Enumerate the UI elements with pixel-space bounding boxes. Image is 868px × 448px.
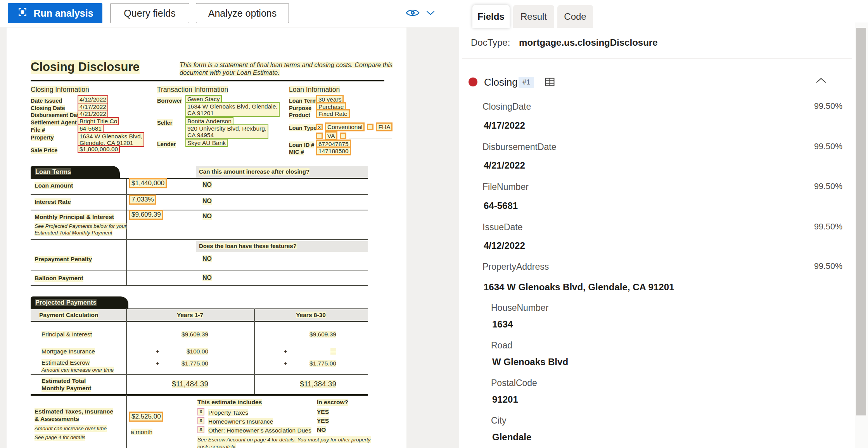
field-value: 4/17/2022: [484, 120, 525, 131]
group-count-badge: #1: [519, 77, 534, 88]
escrow-answer: YES: [317, 408, 329, 415]
field-label: Borrower: [157, 97, 182, 104]
table-line: [31, 374, 368, 375]
interest-rate-answer: NO: [202, 198, 212, 205]
table-line: [31, 210, 368, 210]
field-name: PropertyAddress: [482, 262, 549, 272]
loan-type-value-row2[interactable]: VA: [316, 131, 392, 140]
value-box-red[interactable]: 4/12/2022: [78, 95, 108, 103]
field-value: Glendale: [492, 432, 531, 443]
borrower-addr1: 1634 W Glenoaks Blvd, Glendale,: [187, 103, 278, 110]
includes-item: Homeowner’s Insurance: [208, 418, 273, 425]
checkbox-empty: [340, 133, 346, 139]
field-name: ClosingDate: [482, 102, 531, 112]
scrollbar-track[interactable]: [855, 22, 868, 448]
analyze-options-button[interactable]: Analyze options: [196, 3, 289, 23]
taxes-label2: & Assessments: [35, 415, 79, 422]
field-name: IssueDate: [482, 222, 523, 233]
value-box-red[interactable]: 64-5681: [78, 124, 104, 133]
pp-value: $1,775.00: [274, 360, 336, 367]
pp-total-v2: $11,384.39: [263, 380, 336, 388]
loan-amount-answer: NO: [202, 181, 212, 188]
pp-value: $9,609.39: [274, 331, 336, 338]
field-label: Seller: [157, 119, 173, 126]
loan-type-conventional: Conventional: [325, 122, 365, 131]
checkbox-x[interactable]: X: [197, 426, 204, 433]
loan-terms-header: Loan Terms: [31, 166, 120, 178]
pp-col-years1: Years 1-7: [126, 312, 254, 319]
checkbox-x[interactable]: X: [197, 408, 204, 415]
loan-type-value-row1[interactable]: x Conventional FHA: [316, 122, 393, 131]
field-label: Closing Date: [31, 105, 65, 112]
borrower-address-box[interactable]: 1634 W Glenoaks Blvd, Glendale, CA 91201: [185, 102, 280, 117]
seller-address-box[interactable]: 920 University Blvd, Rexburg, CA 94954: [185, 124, 268, 139]
loan-features-question: Does the loan have these features?: [196, 241, 368, 252]
value-box-orange[interactable]: Fixed Rate: [316, 109, 350, 118]
in-escrow-header: In escrow?: [317, 399, 348, 406]
includes-header: This estimate includes: [197, 399, 262, 406]
field-label: Sale Price: [31, 147, 57, 154]
pp-col-years2: Years 8-30: [254, 312, 368, 319]
escrow-answer: NO: [317, 426, 326, 433]
run-analysis-button[interactable]: Run analysis: [8, 3, 102, 23]
monthly-pi-note1: See Projected Payments below for your: [35, 223, 126, 229]
collapse-chevron-up-icon[interactable]: [815, 77, 827, 85]
pp-value: $100.00: [146, 348, 208, 355]
loan-type-fha: FHA: [376, 122, 393, 131]
interest-rate-box[interactable]: 7.033%: [129, 195, 156, 205]
group-title: Closing: [484, 76, 518, 88]
seller-name-box[interactable]: Bonita Anderson: [185, 117, 233, 125]
field-label: Product: [289, 112, 310, 119]
sale-price-box[interactable]: $1,800,000.00: [78, 145, 120, 153]
scrollbar-thumb[interactable]: [856, 28, 866, 415]
field-value: 1634 W Glenoaks Blvd, Glendale, CA 91201: [484, 282, 674, 293]
field-label: Lender: [157, 141, 176, 148]
lender-name-box[interactable]: Skye AU Bank: [185, 139, 228, 147]
checkbox-x[interactable]: X: [197, 417, 204, 424]
borrower-name-box[interactable]: Gwen Stacy: [185, 95, 222, 103]
tab-fields[interactable]: Fields: [472, 5, 510, 28]
field-name: FileNumber: [482, 182, 529, 192]
document-page: Closing Disclosure This form is a statem…: [7, 28, 406, 448]
pp-row-label: Mortgage Insurance: [41, 348, 95, 355]
field-label: Property: [31, 134, 54, 141]
doc-title: Closing Disclosure: [31, 60, 140, 74]
property-line1: 1634 W Glenoaks Blvd,: [80, 133, 142, 140]
query-fields-button[interactable]: Query fields: [110, 3, 189, 23]
doctype-row: DocType: mortgage.us.closingDisclosure: [471, 37, 657, 48]
field-value: 4/12/2022: [484, 240, 525, 251]
balloon-payment-answer: NO: [202, 274, 212, 281]
checkbox-empty: [316, 133, 323, 139]
value-box-red[interactable]: 4/21/2022: [78, 110, 108, 118]
field-label: Loan Type: [289, 124, 316, 131]
table-line: [254, 308, 255, 395]
table-view-icon[interactable]: [544, 76, 556, 90]
tab-result[interactable]: Result: [513, 5, 554, 28]
field-confidence: 99.50%: [814, 262, 842, 271]
monthly-pi-box[interactable]: $9,609.39: [129, 210, 163, 220]
table-line: [31, 271, 368, 271]
seller-addr2: CA 94954: [187, 132, 266, 138]
monthly-pi-answer: NO: [202, 213, 212, 220]
divider: [462, 58, 852, 59]
highlight-visibility-toggle[interactable]: [406, 8, 435, 19]
balloon-payment-label: Balloon Payment: [35, 275, 83, 282]
pp-row-note: Amount can increase over time: [41, 367, 114, 373]
field-label: Purpose: [289, 105, 311, 112]
doctype-label: DocType:: [471, 37, 510, 48]
taxes-amount-box[interactable]: $2,525.00: [129, 412, 163, 422]
rule: [31, 80, 384, 81]
mic-box[interactable]: 147188500: [316, 146, 351, 155]
document-viewer: Run analysis Query fields Analyze option…: [0, 0, 459, 448]
field-value: W Glenoaks Blvd: [492, 357, 568, 367]
monthly-pi-note2: Estimated Total Monthly Payment: [35, 229, 112, 236]
table-line: [31, 178, 368, 179]
viewer-toolbar: Run analysis Query fields Analyze option…: [0, 0, 459, 27]
loan-amount-box[interactable]: $1,440,000: [129, 178, 167, 188]
table-line: [31, 321, 368, 322]
field-name: HouseNumber: [491, 303, 548, 313]
escrow-footnote1: See Escrow Account on page 4 for details…: [197, 436, 371, 443]
value-box-red[interactable]: Bright Title Co: [78, 117, 119, 125]
seller-addr1: 920 University Blvd, Rexburg,: [187, 125, 266, 132]
tab-code[interactable]: Code: [557, 5, 593, 28]
